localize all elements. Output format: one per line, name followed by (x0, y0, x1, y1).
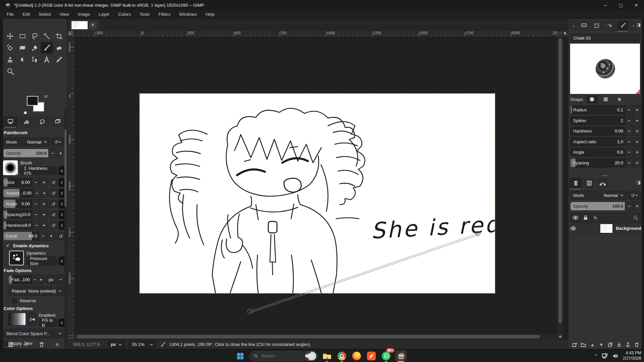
tray-chevron-icon[interactable]: ⌃ (594, 353, 598, 359)
menu-layer[interactable]: Layer (99, 12, 110, 17)
menu-select[interactable]: Select (39, 12, 51, 17)
search-highlight-image[interactable] (305, 352, 316, 360)
shape-diamond-button[interactable] (614, 95, 625, 103)
gradient-thumbnail[interactable] (8, 313, 26, 325)
text-tool-button[interactable] (41, 54, 53, 65)
force-reset-icon[interactable]: ↺ (57, 232, 65, 240)
bucket-fill-tool-button[interactable] (29, 42, 41, 54)
ink-tool-button[interactable] (29, 54, 41, 65)
gradient-name-field[interactable]: FG to B (39, 319, 57, 327)
gradient-reverse-button[interactable]: [|◀ (28, 313, 37, 325)
dynamics-edit-icon[interactable]: ≡ (59, 257, 65, 265)
tab-paths[interactable] (597, 178, 609, 189)
color-picker-tool-button[interactable] (53, 54, 65, 65)
brush-name-field[interactable]: 2. Hardness 075 (20, 166, 57, 175)
tab-undo-history[interactable] (35, 116, 49, 127)
move-tool-button[interactable] (4, 30, 16, 42)
network-icon[interactable] (602, 353, 608, 359)
aspect-decrement[interactable]: − (33, 189, 41, 197)
tab-tool-options[interactable] (3, 116, 17, 127)
brush-edit-icon[interactable]: ≡ (59, 166, 65, 175)
layer-visibility-icon[interactable] (570, 226, 578, 230)
eraser-tool-button[interactable] (53, 42, 65, 54)
free-select-tool-button[interactable] (29, 30, 41, 42)
zoom-dropdown[interactable]: 55.1% (129, 341, 156, 348)
tab-channels[interactable] (583, 178, 595, 189)
anchor-layer-icon[interactable] (624, 341, 632, 348)
rectangle-select-tool-button[interactable] (16, 30, 28, 42)
close-button[interactable]: ✕ (629, 0, 644, 10)
whatsapp-icon[interactable]: 99+ (380, 350, 392, 362)
delete-layer-icon[interactable] (633, 341, 641, 348)
layer-opacity-slider[interactable]: Opacity 100.0 − + (570, 202, 641, 211)
horizontal-scrollbar[interactable] (75, 334, 557, 340)
taskbar-clock[interactable]: 4:43 PM 2/27/2026 (623, 351, 641, 361)
brush-thumbnail[interactable] (3, 160, 18, 175)
tab-brush-editor[interactable] (617, 20, 629, 31)
radius-slider[interactable]: Radius0.1 −+ (570, 105, 641, 114)
force-slider[interactable]: Force54.0 −+ (3, 231, 55, 241)
radius-increment[interactable]: + (633, 106, 641, 114)
layer-opacity-decrement[interactable]: − (625, 202, 633, 210)
aspect-ratio-slider[interactable]: Aspect ratio1.0 −+ (570, 137, 641, 146)
repeat-dropdown[interactable]: Repeat None (extend) (8, 286, 65, 296)
angle-link-icon[interactable]: ▯ (59, 200, 65, 208)
dynamics-name-field[interactable]: Pressure Size (27, 257, 57, 265)
size-slider[interactable]: Size8.00 −+ (3, 178, 48, 187)
tab-fonts[interactable]: ab (604, 20, 616, 31)
canvas[interactable]: She is red (140, 94, 495, 293)
visibility-column-icon[interactable] (570, 213, 581, 222)
angle-slider[interactable]: Angle0.00 −+ (3, 199, 48, 208)
lock-column-icon[interactable] (581, 213, 591, 222)
menu-windows[interactable]: Windows (179, 12, 197, 17)
bhardness-slider[interactable]: Hardness0.00 −+ (570, 126, 641, 136)
menu-filters[interactable]: Filters (158, 12, 170, 17)
tab-brushes-list[interactable] (578, 20, 590, 31)
spikes-increment[interactable]: + (633, 116, 641, 125)
tab-patterns[interactable] (591, 20, 603, 31)
layer-mode-dropdown[interactable]: Mode Normal (570, 191, 627, 200)
quick-mask-toggle[interactable] (67, 334, 75, 340)
menu-colors[interactable]: Colors (118, 12, 131, 17)
reset-tool-icon[interactable]: ⟲ (53, 341, 61, 348)
foreground-color-swatch[interactable] (27, 96, 38, 106)
raise-layer-icon[interactable]: ▲ (588, 341, 597, 348)
hardness-decrement[interactable]: − (33, 221, 40, 229)
spacing-increment[interactable]: + (40, 210, 48, 219)
bangle-increment[interactable]: + (633, 148, 641, 156)
layer-opacity-increment[interactable]: + (633, 202, 641, 210)
crop-tool-button[interactable] (53, 30, 65, 42)
gradient-tool-button[interactable] (16, 42, 28, 54)
spacing-link-icon[interactable]: ▯ (59, 210, 65, 219)
menu-image[interactable]: Image (78, 12, 90, 17)
opacity-decrement[interactable]: − (48, 149, 56, 157)
dock-collapse-icon[interactable]: ◨ (637, 22, 641, 27)
new-group-icon[interactable] (579, 341, 588, 348)
tab-device-status[interactable] (19, 116, 33, 127)
spikes-slider[interactable]: Spikes2 −+ (570, 116, 641, 125)
aspect-ratio-decrement[interactable]: − (625, 138, 633, 146)
bhardness-decrement[interactable]: − (625, 127, 633, 135)
navigation-icon[interactable]: ✥ (557, 334, 563, 340)
shape-circle-button[interactable] (586, 95, 598, 103)
ruler-corner-menu[interactable]: ▶ (67, 30, 75, 37)
menu-tools[interactable]: Tools (140, 12, 150, 17)
gradient-edit-icon[interactable]: ≡ (59, 319, 65, 327)
unit-dropdown[interactable]: px (107, 341, 125, 348)
spacing-slider[interactable]: Spacing10.0 −+ (3, 210, 48, 219)
hardness-link-icon[interactable]: ▯ (59, 221, 65, 230)
tab-layers[interactable] (570, 178, 582, 189)
fade-unit-dropdown[interactable]: px (46, 275, 65, 284)
hardness-increment[interactable]: + (40, 221, 48, 229)
bspacing-decrement[interactable]: − (625, 159, 633, 167)
menu-file[interactable]: File (7, 12, 14, 17)
shape-square-button[interactable] (600, 95, 611, 103)
search-input[interactable] (261, 353, 302, 358)
size-link-icon[interactable]: ▯ (59, 178, 65, 187)
orange-feather-app-icon[interactable] (366, 350, 377, 362)
force-increment[interactable]: + (47, 232, 55, 240)
canvas-viewport[interactable]: She is red (75, 37, 557, 334)
fade-increment[interactable]: + (38, 275, 44, 284)
bhardness-increment[interactable]: + (633, 127, 641, 135)
merge-down-icon[interactable] (615, 341, 624, 348)
